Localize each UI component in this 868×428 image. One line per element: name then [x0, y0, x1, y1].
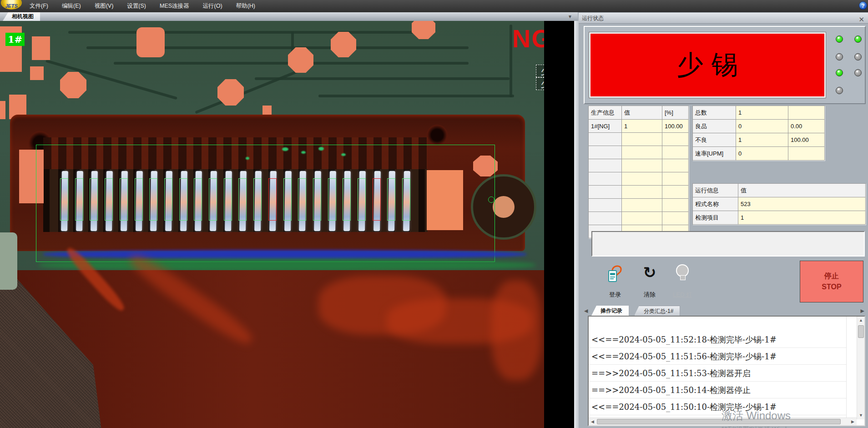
log-entry[interactable]: <<==2024-05-05_11:51:56-检测完毕-少锡-1#: [589, 348, 846, 365]
row-value: [622, 133, 662, 146]
roi-rectangle: [36, 145, 495, 262]
vertical-scrollbar[interactable]: ▲ ▼: [857, 317, 864, 419]
chevron-down-icon[interactable]: ▼: [568, 14, 572, 19]
log-tab[interactable]: 操作记录: [591, 306, 629, 316]
row-label: [589, 146, 622, 159]
row-label: 程式名称: [693, 197, 738, 211]
login-button[interactable]: 登录: [601, 263, 630, 302]
row-label: [589, 186, 622, 199]
menu-item[interactable]: 运行(O): [196, 0, 229, 12]
menu-item[interactable]: 编辑(E): [55, 0, 88, 12]
tab-scroll-left-icon[interactable]: ◀: [584, 308, 588, 314]
camera-tabstrip: 相机视图 ▼: [0, 12, 578, 21]
camera-number-badge: 1#: [5, 33, 25, 46]
tab-camera-view[interactable]: 相机视图: [3, 12, 40, 21]
row-value: [622, 159, 662, 172]
table-row: [589, 159, 689, 172]
refresh-icon: ↻: [635, 263, 664, 282]
clear-button[interactable]: ↻ 清除: [635, 263, 664, 302]
pcb-inspection-image: 1# NG 少锡少锡: [0, 21, 544, 428]
status-led-off: [836, 53, 843, 60]
scroll-down-icon[interactable]: ▼: [857, 412, 865, 419]
menu-item[interactable]: 帮助(H): [229, 0, 262, 12]
scrollbar-thumb[interactable]: [597, 419, 841, 424]
table-header: 值: [622, 106, 662, 120]
row-value: 1: [736, 133, 788, 147]
production-table: 生产信息值[%]1#[NG]1100.00: [588, 106, 689, 238]
menu-item[interactable]: MES连接器: [153, 0, 196, 12]
table-header: [%]: [662, 106, 689, 120]
row-label: [589, 133, 622, 146]
status-led-off: [854, 69, 862, 76]
led-light-button[interactable]: LED 灯: [668, 263, 697, 302]
table-header: 生产信息: [589, 106, 622, 120]
bulb-icon: [677, 265, 688, 276]
row-value: [788, 106, 825, 120]
help-icon[interactable]: ?: [859, 1, 867, 10]
tab-scroll-right-icon[interactable]: ▶: [861, 308, 864, 314]
table-row: [589, 186, 689, 199]
log-entry[interactable]: <<==2024-05-05_11:50:10-检测完毕-少锡-1#: [589, 398, 846, 415]
row-value: [662, 199, 689, 212]
panel-title-text: 运行状态: [582, 15, 604, 21]
status-led-on: [836, 35, 843, 43]
table-row: [589, 133, 689, 146]
scrollbar-thumb[interactable]: [858, 325, 864, 338]
menu-bar: JETS 文件(F)编辑(E)视图(V)设置(S)MES连接器运行(O)帮助(H…: [0, 0, 868, 12]
row-value: [662, 172, 689, 186]
table-row: 检测项目1: [693, 211, 866, 225]
app-window: JETS 文件(F)编辑(E)视图(V)设置(S)MES连接器运行(O)帮助(H…: [0, 0, 868, 428]
row-value: 100.00: [788, 133, 825, 147]
row-value: [662, 133, 689, 146]
row-value: 0: [736, 147, 788, 161]
scroll-up-icon[interactable]: ▲: [857, 317, 865, 324]
table-row: 不良1100.00: [693, 133, 825, 147]
row-value: [662, 159, 689, 172]
table-row: 总数1: [693, 106, 825, 120]
menu-item[interactable]: 视图(V): [88, 0, 121, 12]
log-entry[interactable]: ==>>2024-05-05_11:50:14-检测器停止: [589, 382, 846, 398]
scroll-left-icon[interactable]: ◀: [589, 418, 596, 426]
row-value: 0.00: [788, 120, 825, 133]
run-status-panel: 运行状态 ✕ 少锡 生产信息值[%]1#[NG]1100.00 总数1良品00.…: [579, 12, 868, 428]
row-label: [589, 172, 622, 186]
table-row: [589, 212, 689, 225]
status-led-on: [836, 69, 843, 76]
row-value: 0: [736, 120, 788, 133]
row-value: [662, 146, 689, 159]
scroll-right-icon[interactable]: ▶: [849, 418, 857, 426]
horizontal-scrollbar[interactable]: ◀ ▶: [589, 418, 857, 425]
menu-item[interactable]: 设置(S): [120, 0, 153, 12]
row-value: 1: [622, 120, 662, 133]
stop-button[interactable]: 停止 STOP: [800, 261, 863, 302]
close-icon[interactable]: ✕: [858, 14, 864, 25]
status-display-card: 少锡: [584, 26, 866, 104]
row-value: [622, 199, 662, 212]
row-value: [662, 186, 689, 199]
menu-item[interactable]: 文件(F): [23, 0, 55, 12]
row-value: [622, 146, 662, 159]
log-tab[interactable]: 分类汇总-1#: [634, 306, 680, 316]
log-entry[interactable]: ==>>2024-05-05_11:51:53-检测器开启: [589, 365, 846, 382]
row-label: [589, 199, 622, 212]
row-label: [589, 159, 622, 172]
totals-table: 总数1良品00.00不良1100.00速率[UPM]0: [692, 106, 825, 161]
table-row: 速率[UPM]0: [693, 147, 825, 161]
row-label: 1#[NG]: [589, 120, 622, 133]
row-label: 速率[UPM]: [693, 147, 736, 161]
log-entry[interactable]: <<==2024-05-05_11:52:18-检测完毕-少锡-1#: [589, 331, 846, 348]
status-led-on: [854, 35, 862, 43]
row-label: 不良: [693, 133, 736, 147]
row-value: [622, 186, 662, 199]
table-row: [589, 199, 689, 212]
row-value: [622, 212, 662, 225]
table-row: 程式名称523: [693, 197, 866, 211]
panel-title-bar: 运行状态 ✕: [579, 13, 868, 24]
row-label: 检测项目: [693, 211, 738, 225]
pane-splitter[interactable]: [574, 21, 579, 428]
row-value: 100.00: [662, 120, 689, 133]
defect-tag: 少锡: [536, 65, 544, 77]
operation-log-list: <<==2024-05-05_11:52:18-检测完毕-少锡-1#<<==20…: [588, 316, 865, 426]
row-value: [622, 172, 662, 186]
camera-view-pane: 1# NG 少锡少锡: [0, 21, 574, 428]
